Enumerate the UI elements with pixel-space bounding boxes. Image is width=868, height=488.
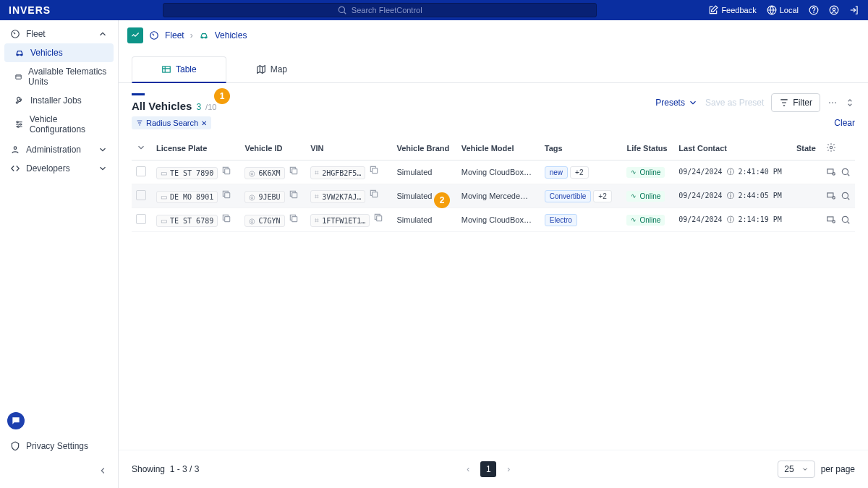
- col-life[interactable]: Life Status: [622, 137, 674, 160]
- chat-button[interactable]: [7, 412, 25, 429]
- gear-icon[interactable]: [826, 142, 836, 153]
- chevron-left-icon: [98, 466, 108, 476]
- table-row[interactable]: ▭ DE MO 8901 ◎ 9JEBU ⌗ 3VW2K7AJ… Simulat…: [132, 184, 855, 208]
- svg-point-13: [14, 147, 17, 150]
- title-count: 3: [196, 102, 201, 112]
- status-badge: ∿ Online: [626, 191, 665, 202]
- chevron-up-icon: [98, 29, 108, 39]
- page-1[interactable]: 1: [480, 461, 496, 477]
- vin-cell[interactable]: ⌗ 1FTFW1ET1…: [310, 214, 370, 227]
- copy-icon[interactable]: [221, 189, 231, 200]
- expand-icon[interactable]: [845, 98, 855, 108]
- tag[interactable]: new: [545, 166, 568, 179]
- vid-cell[interactable]: ◎ 9JEBU: [244, 191, 284, 203]
- search-input[interactable]: Search FleetControl: [163, 3, 597, 17]
- vin-cell[interactable]: ⌗ 3VW2K7AJ…: [310, 190, 365, 203]
- vid-cell[interactable]: ◎ 6K6XM: [244, 167, 284, 179]
- plate-cell[interactable]: ▭ TE ST 7890: [156, 167, 218, 179]
- zoom-icon[interactable]: [841, 191, 851, 201]
- nav-fleet[interactable]: Fleet: [4, 25, 114, 43]
- tag[interactable]: Convertible: [545, 190, 592, 202]
- svg-rect-17: [163, 67, 171, 72]
- model-cell: Moving CloudBox…: [457, 208, 540, 232]
- tag[interactable]: Electro: [545, 214, 577, 226]
- prev-page[interactable]: ‹: [460, 461, 476, 477]
- privacy-link[interactable]: Privacy Settings: [7, 437, 111, 455]
- nav-installer[interactable]: Installer Jobs: [4, 91, 114, 110]
- col-plate[interactable]: License Plate: [152, 137, 240, 160]
- feedback-link[interactable]: Feedback: [708, 5, 756, 15]
- help-icon[interactable]: [809, 5, 819, 15]
- presets-dropdown[interactable]: Presets: [655, 98, 698, 108]
- svg-point-0: [339, 7, 344, 12]
- status-badge: ∿ Online: [626, 167, 665, 178]
- per-page-select[interactable]: 25: [778, 461, 814, 478]
- tab-map[interactable]: Map: [226, 56, 317, 82]
- inspect-icon[interactable]: [826, 215, 836, 225]
- crumb-vehicles[interactable]: Vehicles: [215, 30, 247, 40]
- copy-icon[interactable]: [369, 165, 379, 175]
- col-tags[interactable]: Tags: [540, 137, 623, 160]
- home-icon[interactable]: [149, 30, 159, 40]
- nav-dev[interactable]: Developers: [4, 159, 114, 178]
- svg-rect-22: [225, 168, 230, 174]
- copy-icon[interactable]: [221, 213, 231, 223]
- nav-atu[interactable]: Available Telematics Units: [4, 62, 114, 91]
- copy-icon[interactable]: [221, 166, 231, 176]
- svg-rect-34: [225, 216, 230, 221]
- zoom-icon[interactable]: [841, 167, 851, 177]
- chevron-down-icon[interactable]: [136, 142, 146, 153]
- filter-button[interactable]: Filter: [771, 93, 820, 112]
- plate-cell[interactable]: ▭ TE ST 6789: [156, 215, 218, 227]
- logout-icon[interactable]: [849, 5, 859, 15]
- col-model[interactable]: Vehicle Model: [457, 137, 540, 160]
- chart-icon: [130, 30, 140, 40]
- lastcontact-cell: 09/24/2024 ⓘ 2:44:05 PM: [674, 184, 792, 208]
- copy-icon[interactable]: [369, 189, 379, 199]
- tabs: Table Map: [119, 56, 868, 83]
- copy-icon[interactable]: [289, 166, 299, 176]
- copy-icon[interactable]: [373, 213, 383, 223]
- inspect-icon[interactable]: [826, 191, 836, 201]
- table-row[interactable]: ▭ TE ST 7890 ◎ 6K6XM ⌗ 2HGFB2F5… Simulat…: [132, 160, 855, 184]
- row-checkbox[interactable]: [136, 190, 146, 200]
- svg-point-18: [829, 102, 830, 103]
- col-brand[interactable]: Vehicle Brand: [392, 137, 456, 160]
- nav-vconfig[interactable]: Vehicle Configurations: [4, 110, 114, 139]
- crumb-fleet[interactable]: Fleet: [165, 30, 184, 40]
- table-row[interactable]: ▭ TE ST 6789 ◎ C7GYN ⌗ 1FTFW1ET1… Simula…: [132, 208, 855, 232]
- copy-icon[interactable]: [289, 189, 299, 200]
- svg-rect-9: [16, 75, 21, 80]
- clear-filters[interactable]: Clear: [834, 118, 855, 128]
- next-page[interactable]: ›: [501, 461, 516, 477]
- gauge-icon: [10, 29, 20, 39]
- inspect-icon[interactable]: [826, 167, 836, 177]
- locale-link[interactable]: Local: [767, 5, 799, 15]
- vid-cell[interactable]: ◎ C7GYN: [244, 215, 284, 227]
- more-menu[interactable]: [827, 98, 838, 108]
- row-checkbox[interactable]: [136, 214, 146, 224]
- chip-remove[interactable]: ✕: [201, 119, 207, 127]
- app-icon[interactable]: [127, 27, 143, 43]
- tag[interactable]: +2: [593, 190, 611, 202]
- filter-chip-radius[interactable]: Radius Search ✕: [132, 116, 211, 129]
- tag[interactable]: +2: [570, 166, 588, 179]
- plate-cell[interactable]: ▭ DE MO 8901: [156, 191, 218, 203]
- vin-cell[interactable]: ⌗ 2HGFB2F5…: [310, 166, 365, 179]
- svg-point-19: [832, 102, 833, 103]
- user-icon[interactable]: [829, 5, 839, 15]
- collapse-sidebar[interactable]: [95, 463, 111, 481]
- col-last[interactable]: Last Contact: [674, 137, 792, 160]
- col-vid[interactable]: Vehicle ID: [240, 137, 306, 160]
- copy-icon[interactable]: [289, 213, 299, 223]
- pagination: ‹ 1 ›: [460, 461, 516, 477]
- nav-vehicles[interactable]: Vehicles: [4, 43, 114, 62]
- row-checkbox[interactable]: [136, 166, 146, 176]
- tab-table[interactable]: Table: [132, 56, 226, 83]
- col-vin[interactable]: VIN: [306, 137, 392, 160]
- zoom-icon[interactable]: [841, 215, 851, 225]
- svg-point-39: [842, 216, 848, 222]
- nav-admin[interactable]: Administration: [4, 140, 114, 159]
- nav-installer-label: Installer Jobs: [30, 95, 82, 106]
- col-state[interactable]: State: [792, 137, 822, 160]
